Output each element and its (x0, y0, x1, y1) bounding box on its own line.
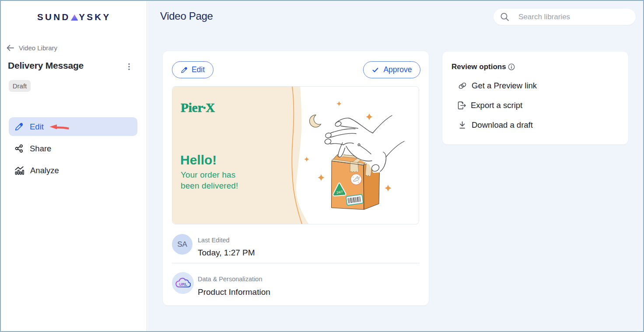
svg-text:Hello!: Hello! (180, 153, 217, 167)
svg-text:Your order has: Your order has (181, 170, 235, 179)
svg-text:URL: URL (179, 282, 187, 287)
svg-text:Pier·X: Pier·X (181, 101, 215, 115)
svg-text:been delivered!: been delivered! (181, 181, 238, 190)
